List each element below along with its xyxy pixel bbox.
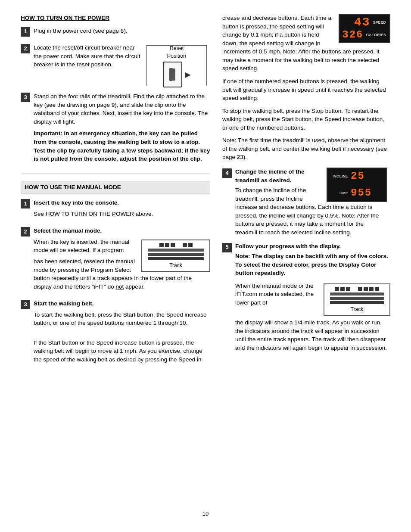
step-right-num-4: 4 [222, 168, 232, 178]
reset-label: Reset Position [167, 44, 186, 60]
step-manual-3-heading: Start the walking belt. [34, 299, 210, 308]
step-num-1: 1 [21, 27, 30, 37]
reset-arrow-icon: ▶ [185, 69, 191, 80]
section-power-header: HOW TO TURN ON THE POWER [21, 14, 210, 22]
track-bar [330, 301, 384, 304]
step5-lower: When the manual mode or the iFIT.com mod… [235, 282, 390, 316]
incline-value: 25 [351, 169, 365, 184]
step-right-4: 4 INCLINE 25 TIME 955 Change the incline [222, 168, 390, 237]
incline-label: INCLINE [332, 174, 348, 179]
track-indicator [346, 287, 350, 291]
speed-label: SPEED [373, 20, 386, 25]
track-bar [148, 253, 204, 256]
step-right-5-bold: Note: The display can be backlit with an… [235, 252, 390, 277]
track-display-right: Track [324, 283, 390, 316]
right-para2: If one of the numbered speed buttons is … [222, 77, 390, 103]
step-right-5-heading: Follow your progress with the display. [235, 242, 390, 251]
step-manual-1: 1 Insert the key into the console. See H… [21, 199, 210, 221]
track-segments-right [328, 287, 386, 304]
track-bar [330, 297, 384, 300]
time-row: TIME 955 [332, 186, 382, 201]
track-indicator [165, 243, 169, 247]
track-right-bot [328, 301, 386, 304]
continued-section: 43 SPEED 326 CALORIES crease and decreas… [222, 14, 390, 73]
track-indicator [375, 287, 379, 291]
calories-display-row: 326 CALORIES [342, 29, 386, 40]
track-label-right: Track [351, 306, 364, 313]
step-power-3-text: Stand on the foot rails of the treadmill… [34, 92, 210, 126]
right-para4: Note: The first time the treadmill is us… [222, 136, 390, 162]
step-power-2: 2 Reset Position ▶ [21, 44, 210, 86]
two-column-layout: HOW TO TURN ON THE POWER 1 Plug in the p… [21, 14, 390, 504]
time-label: TIME [332, 190, 348, 196]
section-manual-header: HOW TO USE THE MANUAL MODE [21, 181, 210, 194]
right-para3: To stop the walking belt, press the Stop… [222, 107, 390, 132]
incline-display: INCLINE 25 TIME 955 [327, 168, 387, 202]
reset-icon [163, 62, 182, 87]
speed-value: 43 [354, 16, 371, 29]
track-indicator [358, 287, 362, 291]
calories-value: 326 [342, 29, 363, 40]
track-right-row-top [328, 287, 386, 291]
track-row-top [146, 243, 206, 247]
track-row-mid2 [146, 253, 206, 256]
step-power-1: 1 Plug in the power cord (see page 8). [21, 27, 210, 38]
right-column: 43 SPEED 326 CALORIES crease and decreas… [222, 14, 390, 504]
step-manual-1-text: See HOW TO TURN ON THE POWER above. [34, 210, 210, 218]
step-manual-3-para1: To start the walking belt, press the Sta… [34, 311, 210, 327]
track-bar [330, 292, 384, 296]
step-manual-num-2: 2 [21, 227, 30, 236]
step-power-3-bold: ​Important: In an emergency situation, t… [34, 129, 210, 163]
track-row-mid1 [146, 249, 206, 252]
step-power-3-content: Stand on the foot rails of the treadmill… [34, 92, 210, 167]
section-power: HOW TO TURN ON THE POWER 1 Plug in the p… [21, 14, 210, 167]
track-indicator [364, 287, 368, 291]
step-power-2-content: Reset Position ▶ Locate the reset/off ci… [34, 44, 207, 86]
page: HOW TO TURN ON THE POWER 1 Plug in the p… [0, 0, 411, 532]
track-indicator [369, 287, 374, 291]
track-segments [146, 243, 206, 260]
step-right-5-text-before: When the manual mode or the iFIT.com mod… [235, 282, 315, 307]
track-bar [148, 249, 204, 252]
step-num-3: 3 [21, 93, 30, 102]
calories-label: CALORIES [366, 32, 386, 38]
step-manual-3: 3 Start the walking belt. To start the w… [21, 299, 210, 366]
step-power-3: 3 Stand on the foot rails of the treadmi… [21, 92, 210, 167]
track-bar [148, 257, 204, 260]
track-right-mid2 [328, 297, 386, 300]
section-manual: HOW TO USE THE MANUAL MODE 1 Insert the … [21, 181, 210, 367]
step-manual-3-para2: If the Start button or the Speed increas… [34, 339, 210, 364]
track-label-left: Track [169, 262, 182, 269]
track-indicator [159, 243, 164, 247]
step-manual-2: 2 Select the manual mode. [21, 227, 210, 293]
incline-row: INCLINE 25 [332, 169, 382, 184]
track-indicator [340, 287, 345, 291]
step-manual-num-3: 3 [21, 300, 30, 309]
speed-calories-display: 43 SPEED 326 CALORIES [339, 14, 390, 43]
speed-display-row: 43 SPEED [354, 16, 386, 29]
step-right-5-content: Follow your progress with the display. N… [235, 242, 390, 352]
track-display-left: Track [141, 240, 210, 272]
step-manual-num-1: 1 [21, 199, 30, 208]
track-indicator [335, 287, 339, 291]
step-num-2: 2 [21, 44, 30, 53]
step-power-1-content: Plug in the power cord (see page 8). [34, 27, 210, 38]
step-manual-1-content: Insert the key into the console. See HOW… [34, 199, 210, 221]
section-separator [21, 174, 210, 174]
step-right-4-content: INCLINE 25 TIME 955 Change the incline o… [235, 168, 387, 237]
time-value: 955 [351, 186, 372, 201]
left-column: HOW TO TURN ON THE POWER 1 Plug in the p… [21, 14, 210, 504]
step-manual-3-content: Start the walking belt. To start the wal… [34, 299, 210, 366]
step-right-5-text-after: the display will show a 1/4-mile track. … [235, 318, 390, 352]
page-number: 10 [21, 510, 390, 518]
reset-diagram: Reset Position ▶ [146, 45, 207, 86]
step-right-num-5: 5 [222, 243, 232, 252]
track-right-mid1 [328, 292, 386, 296]
step-manual-2-heading: Select the manual mode. [34, 227, 210, 235]
step-right-5: 5 Follow your progress with the display.… [222, 242, 390, 352]
track-indicator [188, 243, 193, 247]
step-manual-2-content: Select the manual mode. [34, 227, 210, 293]
track-indicator [171, 243, 175, 247]
step-manual-1-heading: Insert the key into the console. [34, 199, 210, 207]
track-indicator [183, 243, 187, 247]
